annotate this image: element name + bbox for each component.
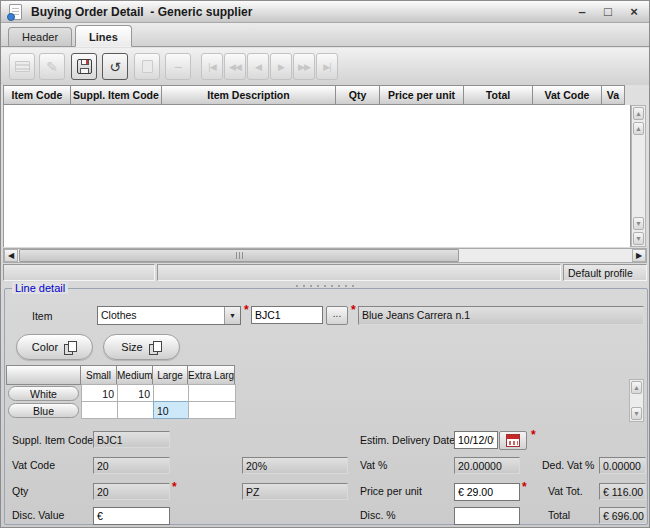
matrix-vertical-scrollbar[interactable]: ▲ ▼	[629, 379, 644, 422]
matrix-cell-white-extra-large[interactable]	[188, 384, 236, 402]
undo-button[interactable]: ↺	[102, 53, 128, 80]
next-record-icon: ▶	[278, 62, 284, 72]
column-header-vat-code[interactable]: Vat Code	[532, 85, 602, 105]
scrollbar-track[interactable]	[632, 136, 645, 216]
item-code-input[interactable]	[251, 306, 323, 324]
scrollbar-thumb[interactable]	[19, 249, 459, 262]
column-header-vat-truncated[interactable]: Va	[601, 85, 625, 105]
scroll-left-icon[interactable]: ◀	[4, 249, 18, 262]
disc-percent-input[interactable]	[454, 507, 520, 525]
total-field: € 696.00	[599, 507, 646, 524]
scrollbar-track[interactable]	[18, 249, 632, 262]
estim-delivery-date-input[interactable]	[454, 431, 498, 449]
copy-button[interactable]	[134, 53, 160, 80]
open-record-icon	[15, 61, 30, 72]
scrollbar-track[interactable]	[630, 395, 643, 406]
minimize-button[interactable]: –	[575, 3, 589, 21]
lines-grid-body[interactable]	[3, 105, 631, 247]
edit-button[interactable]: ✎	[39, 53, 65, 80]
matrix-col-extra-large[interactable]: Extra Large	[187, 365, 235, 385]
delete-button[interactable]: −	[165, 53, 191, 80]
size-button-label: Size	[121, 341, 142, 353]
last-record-button[interactable]: ▶|	[316, 53, 338, 80]
scroll-right-icon[interactable]: ▶	[632, 249, 646, 262]
item-browse-button[interactable]: ...	[326, 306, 348, 325]
vat-code-label: Vat Code	[12, 459, 55, 471]
column-header-suppl-item-code[interactable]: Suppl. Item Code	[70, 85, 162, 105]
column-header-qty[interactable]: Qty	[335, 85, 380, 105]
suppl-item-code-field: BJC1	[93, 431, 170, 448]
next-page-button[interactable]: ▶▶	[293, 53, 315, 80]
tab-lines[interactable]: Lines	[75, 25, 132, 47]
matrix-cell-blue-medium[interactable]	[117, 401, 154, 419]
edit-pencil-icon: ✎	[46, 59, 58, 75]
size-button[interactable]: Size	[103, 334, 180, 360]
calendar-button[interactable]	[499, 431, 527, 450]
scroll-down-icon[interactable]: ▼	[631, 407, 642, 420]
matrix-col-large[interactable]: Large	[152, 365, 188, 385]
vat-tot-label: Vat Tot.	[548, 485, 583, 497]
matrix-cell-blue-extra-large[interactable]	[188, 401, 236, 419]
first-record-button[interactable]: |◀	[201, 53, 223, 80]
column-header-total[interactable]: Total	[463, 85, 533, 105]
scroll-down-icon[interactable]: ▼	[633, 217, 644, 230]
matrix-cell-white-large[interactable]	[153, 384, 189, 402]
tab-header[interactable]: Header	[8, 27, 72, 46]
status-profile: Default profile	[563, 264, 647, 281]
matrix-row-white-button[interactable]: White	[8, 386, 79, 401]
buying-order-detail-window: Buying Order Detail - Generic supplier –…	[0, 0, 650, 528]
window-title: Buying Order Detail - Generic supplier	[31, 5, 252, 19]
save-button[interactable]	[71, 53, 97, 80]
matrix-cell-blue-small[interactable]	[81, 401, 118, 419]
column-header-item-code[interactable]: Item Code	[3, 85, 71, 105]
matrix-col-medium[interactable]: Medium	[116, 365, 153, 385]
group-title: Line detail	[12, 282, 68, 294]
required-marker: *	[244, 303, 249, 317]
suppl-item-code-label: Suppl. Item Code	[12, 434, 93, 446]
prev-page-icon: ◀◀	[229, 62, 241, 72]
column-header-price-per-unit[interactable]: Price per unit	[379, 85, 464, 105]
minus-icon: −	[174, 59, 182, 75]
matrix-cell-white-small[interactable]: 10	[81, 384, 118, 402]
tabstrip: Header Lines	[1, 23, 649, 47]
calendar-icon	[506, 434, 520, 447]
copy-pages-icon	[64, 341, 77, 354]
document-icon	[9, 4, 22, 20]
prev-record-button[interactable]: ◀	[247, 53, 269, 80]
open-record-button[interactable]	[9, 53, 35, 80]
vat-percent-field: 20.00000	[454, 457, 520, 474]
disc-percent-label: Disc. %	[360, 509, 396, 521]
column-header-item-description[interactable]: Item Description	[161, 85, 336, 105]
chevron-down-icon[interactable]: ▼	[224, 307, 240, 324]
qty-field: 20	[93, 483, 170, 500]
ded-vat-percent-field: 0.00000	[599, 457, 646, 474]
required-marker: *	[531, 428, 536, 442]
next-record-button[interactable]: ▶	[270, 53, 292, 80]
qty-label: Qty	[12, 485, 28, 497]
status-bar: Default profile	[3, 264, 647, 281]
grid-horizontal-scrollbar[interactable]: ◀ ▶	[3, 248, 647, 263]
total-label: Total	[548, 509, 570, 521]
prev-page-button[interactable]: ◀◀	[224, 53, 246, 80]
close-button[interactable]: ×	[627, 3, 641, 21]
scroll-up-icon[interactable]: ▲	[633, 122, 644, 135]
matrix-cell-blue-large-selected[interactable]: 10	[153, 401, 189, 419]
matrix-row-blue-button[interactable]: Blue	[8, 403, 79, 418]
scroll-up-icon[interactable]: ▲	[631, 381, 642, 394]
item-description-field: Blue Jeans Carrera n.1	[358, 306, 644, 325]
matrix-col-small[interactable]: Small	[80, 365, 117, 385]
scroll-down-icon[interactable]: ▼	[633, 232, 644, 245]
item-category-combobox[interactable]: Clothes ▼	[97, 306, 241, 325]
toolbar: ✎ ↺ − |◀ ◀◀ ◀ ▶ ▶▶ ▶|	[1, 48, 649, 85]
price-per-unit-input[interactable]	[454, 483, 520, 501]
scroll-up-icon[interactable]: ▲	[633, 107, 644, 120]
required-marker: *	[522, 480, 527, 494]
floppy-disk-icon	[77, 59, 92, 74]
grid-vertical-scrollbar[interactable]: ▲ ▲ ▼ ▼	[631, 105, 646, 247]
maximize-button[interactable]: □	[601, 3, 615, 21]
disc-value-input[interactable]	[93, 507, 170, 525]
vat-percent-label: Vat %	[360, 459, 387, 471]
uom-field: PZ	[242, 483, 348, 500]
matrix-cell-white-medium[interactable]: 10	[117, 384, 154, 402]
color-button[interactable]: Color	[16, 334, 93, 360]
